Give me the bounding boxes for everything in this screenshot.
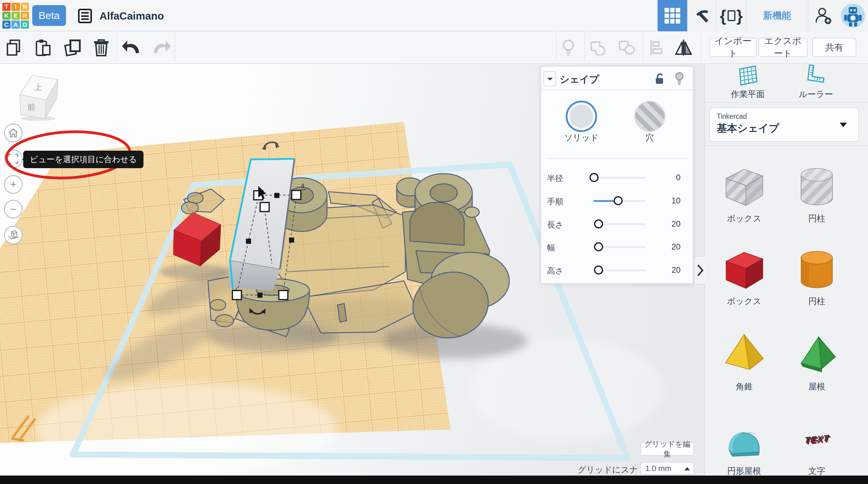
align-icon (649, 39, 664, 56)
view-cube-top-label: 上 (34, 82, 42, 93)
new-features-link[interactable]: 新機能 (746, 0, 808, 31)
shape-box[interactable]: ボックス (714, 243, 774, 307)
shape-cylinder-hole[interactable]: 円柱 (786, 160, 847, 224)
trash-icon (93, 39, 110, 56)
box-hole-thumb (720, 160, 768, 211)
mirror-button[interactable] (675, 38, 692, 57)
zoom-in-button[interactable]: + (4, 175, 23, 194)
3d-viewport[interactable]: 4 上 前 + − (0, 64, 704, 484)
mirror-icon (675, 39, 692, 56)
shape-roof[interactable]: 屋根 (786, 329, 847, 392)
caret-up-icon (684, 467, 690, 471)
library-brand: Tinkercad (717, 113, 747, 121)
shape-box-hole[interactable]: ボックス (714, 160, 774, 224)
undo-button[interactable] (122, 38, 140, 57)
codeblocks-icon: {} (720, 6, 743, 25)
delete-button[interactable] (92, 38, 110, 57)
show-all-button[interactable] (559, 38, 578, 57)
align-button[interactable] (647, 38, 665, 57)
solid-radio[interactable] (566, 101, 597, 132)
undo-icon (122, 40, 140, 55)
slider-track[interactable] (593, 177, 646, 179)
ungroup-button[interactable] (618, 38, 636, 57)
slider-handle[interactable] (594, 242, 603, 251)
text-shape-glyph: TEXT (804, 433, 830, 445)
slider-track[interactable] (593, 200, 646, 202)
home-view-button[interactable] (4, 124, 23, 142)
avatar (841, 3, 865, 28)
cylinder-thumb (793, 243, 841, 294)
shape-pyramid[interactable]: 角錐 (714, 329, 774, 392)
group-button[interactable] (589, 38, 607, 57)
import-button[interactable]: インポート (710, 38, 756, 57)
person-add-icon (814, 7, 832, 24)
top-header: TIN KER CAD Beta AlfaCaimano {} 新機能 (0, 0, 868, 31)
dimension-label: 4 (301, 182, 304, 189)
copy-button[interactable] (5, 38, 24, 57)
invite-button[interactable] (808, 0, 838, 31)
solid-label: ソリッド (551, 132, 612, 144)
shape-round-roof[interactable]: 円形屋根 (714, 413, 774, 477)
slider-handle[interactable] (614, 196, 623, 205)
ruler-tool[interactable]: ルーラー (786, 64, 846, 100)
duplicate-button[interactable] (64, 38, 82, 57)
round-roof-thumb (720, 413, 768, 463)
width-slider-row: 幅 20 (541, 241, 694, 254)
export-button[interactable]: エクスポート (758, 38, 807, 57)
share-button[interactable]: 共有 (812, 38, 856, 57)
library-name: 基本シェイプ (717, 121, 779, 135)
pyramid-thumb (720, 329, 768, 379)
minecraft-export-button[interactable] (687, 0, 716, 31)
duplicate-icon (64, 39, 82, 56)
slider-handle[interactable] (594, 219, 603, 229)
perspective-cube-icon (8, 230, 19, 240)
view-cube-graphic (17, 72, 60, 121)
chevron-right-icon (697, 264, 704, 276)
lock-icon[interactable] (655, 73, 665, 85)
slider-track[interactable] (593, 269, 646, 271)
codeblocks-button[interactable]: {} (716, 0, 746, 31)
grid-icon (664, 8, 680, 24)
shapes-sidebar: 作業平面 ルーラー Tinkercad 基本シェイプ (704, 64, 868, 484)
ungroup-icon (618, 40, 636, 56)
redo-button[interactable] (153, 38, 171, 57)
tinkercad-logo[interactable]: TIN KER CAD (2, 3, 29, 29)
inspector-collapse-button[interactable] (544, 71, 556, 86)
roof-thumb (793, 329, 841, 379)
edit-toolbar: インポート エクスポート 共有 (0, 31, 868, 64)
dashboard-grid-button[interactable] (657, 0, 687, 31)
paste-icon (34, 39, 51, 56)
slider-handle[interactable] (590, 173, 598, 182)
length-slider-row: 長さ 20 (541, 218, 694, 231)
shape-cylinder[interactable]: 円柱 (786, 243, 847, 307)
snap-grid-dropdown[interactable]: 1.0 mm (641, 462, 694, 475)
view-cube[interactable]: 上 前 (17, 72, 60, 123)
shape-text[interactable]: TEXT 文字 (786, 413, 847, 477)
beta-button[interactable]: Beta (32, 5, 66, 26)
cylinder-hole-thumb (793, 160, 841, 211)
sidebar-collapse-tab[interactable] (694, 256, 706, 284)
radius-slider-row: 半径 0 (541, 171, 694, 184)
slider-track[interactable] (593, 246, 646, 248)
group-icon (589, 40, 607, 56)
hole-radio[interactable] (634, 101, 665, 132)
zoom-out-button[interactable]: − (4, 200, 23, 218)
ruler-icon (805, 64, 827, 86)
box-thumb (720, 243, 768, 294)
design-properties-icon[interactable] (78, 9, 92, 23)
slider-handle[interactable] (594, 266, 603, 275)
shape-library-dropdown[interactable]: Tinkercad 基本シェイプ (710, 108, 859, 142)
workplane-tool[interactable]: 作業平面 (718, 64, 778, 100)
paste-button[interactable] (34, 38, 52, 57)
steps-slider-row: 手順 10 (541, 194, 694, 208)
bulb-icon[interactable] (675, 72, 684, 86)
perspective-toggle-button[interactable] (4, 226, 23, 244)
edit-grid-button[interactable]: グリッドを編集 (641, 443, 694, 456)
account-menu[interactable] (838, 0, 868, 31)
design-title: AlfaCaimano (99, 10, 164, 22)
copy-icon (6, 39, 23, 56)
slider-track[interactable] (593, 223, 646, 225)
redo-icon (153, 40, 171, 55)
height-slider-row: 高さ 20 (541, 264, 694, 277)
pickaxe-icon (694, 7, 710, 24)
